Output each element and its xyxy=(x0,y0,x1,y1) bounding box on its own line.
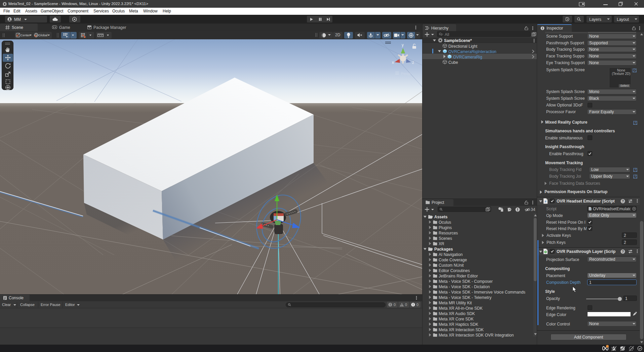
svg-text:z: z xyxy=(412,60,414,65)
svg-text:Persp: Persp xyxy=(401,72,411,76)
svg-text:?: ? xyxy=(622,250,624,254)
svg-text:y: y xyxy=(402,43,404,47)
svg-text:#: # xyxy=(545,200,546,203)
svg-text:x: x xyxy=(392,60,394,65)
svg-text:#: # xyxy=(590,208,591,210)
svg-text:?: ? xyxy=(622,200,624,203)
